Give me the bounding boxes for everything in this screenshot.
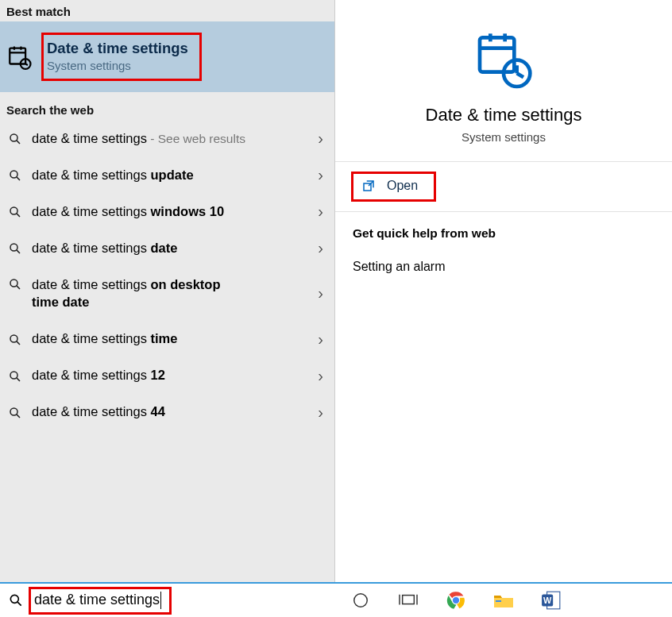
web-result-text: date & time settings time bbox=[32, 330, 201, 347]
search-icon bbox=[8, 592, 24, 608]
open-action-row: Open bbox=[335, 161, 672, 212]
chrome-icon[interactable] bbox=[445, 589, 467, 611]
web-result[interactable]: date & time settings - See web results › bbox=[0, 120, 334, 156]
web-result[interactable]: date & time settings time › bbox=[0, 321, 334, 357]
file-explorer-icon[interactable] bbox=[492, 589, 515, 611]
quick-help-header: Get quick help from web bbox=[335, 212, 672, 245]
search-icon bbox=[8, 369, 22, 384]
calendar-clock-icon bbox=[472, 27, 535, 91]
svg-rect-23 bbox=[480, 37, 514, 71]
svg-line-10 bbox=[17, 177, 20, 180]
web-result[interactable]: date & time settings on desktop time dat… bbox=[0, 266, 334, 321]
svg-line-22 bbox=[17, 414, 20, 417]
start-search-panel: Best match Date & time settings System s… bbox=[0, 0, 672, 582]
word-icon[interactable]: W bbox=[540, 589, 562, 611]
detail-pane: Date & time settings System settings Ope… bbox=[335, 0, 672, 582]
web-results-list: date & time settings - See web results ›… bbox=[0, 120, 334, 582]
detail-title: Date & time settings bbox=[343, 105, 664, 125]
svg-rect-41 bbox=[496, 600, 501, 602]
web-result-text: date & time settings - See web results bbox=[32, 129, 269, 148]
svg-point-7 bbox=[10, 134, 17, 141]
svg-line-20 bbox=[17, 377, 20, 380]
detail-subtitle: System settings bbox=[343, 130, 664, 144]
web-result[interactable]: date & time settings 44 › bbox=[0, 394, 334, 430]
svg-line-16 bbox=[17, 286, 20, 289]
svg-point-19 bbox=[10, 372, 17, 379]
svg-rect-0 bbox=[10, 48, 25, 64]
open-label: Open bbox=[387, 179, 418, 193]
search-icon bbox=[8, 168, 22, 183]
best-match-subtitle: System settings bbox=[47, 59, 188, 72]
web-result[interactable]: date & time settings 12 › bbox=[0, 357, 334, 394]
svg-text:W: W bbox=[543, 596, 552, 605]
svg-line-18 bbox=[17, 341, 20, 344]
search-input-highlight: date & time settings bbox=[29, 587, 172, 615]
svg-point-15 bbox=[10, 280, 17, 287]
best-match-header: Best match bbox=[0, 0, 334, 21]
search-web-header: Search the web bbox=[0, 92, 334, 120]
web-result[interactable]: date & time settings date › bbox=[0, 229, 334, 266]
svg-point-13 bbox=[10, 244, 17, 251]
svg-rect-35 bbox=[403, 596, 415, 604]
search-icon bbox=[8, 333, 22, 347]
chevron-right-icon: › bbox=[318, 284, 323, 303]
svg-line-14 bbox=[17, 250, 20, 253]
web-result[interactable]: date & time settings windows 10 › bbox=[0, 193, 334, 229]
chevron-right-icon: › bbox=[318, 239, 323, 257]
svg-line-12 bbox=[17, 214, 20, 217]
cortana-icon[interactable] bbox=[350, 589, 372, 611]
detail-header: Date & time settings System settings bbox=[335, 0, 672, 161]
calendar-clock-icon bbox=[6, 44, 33, 71]
task-view-icon[interactable] bbox=[397, 589, 419, 611]
taskbar: date & time settings bbox=[0, 582, 672, 617]
chevron-right-icon: › bbox=[318, 129, 323, 148]
best-match-highlight: Date & time settings System settings bbox=[41, 33, 202, 81]
search-icon bbox=[8, 406, 22, 420]
web-result-text: date & time settings windows 10 bbox=[32, 202, 248, 220]
quick-help-link[interactable]: Setting an alarm bbox=[335, 245, 672, 279]
open-external-icon bbox=[361, 179, 376, 193]
chevron-right-icon: › bbox=[318, 202, 323, 221]
search-icon bbox=[8, 277, 22, 291]
svg-point-34 bbox=[354, 594, 368, 607]
results-column: Best match Date & time settings System s… bbox=[0, 0, 335, 582]
chevron-right-icon: › bbox=[318, 403, 323, 421]
web-result-text: date & time settings 44 bbox=[32, 403, 189, 420]
chevron-right-icon: › bbox=[318, 366, 323, 384]
taskbar-search[interactable]: date & time settings bbox=[0, 584, 335, 617]
search-icon bbox=[8, 205, 22, 219]
search-icon bbox=[8, 241, 22, 256]
web-result-text: date & time settings update bbox=[32, 166, 218, 183]
svg-point-32 bbox=[10, 595, 18, 603]
svg-line-8 bbox=[17, 141, 20, 144]
svg-point-17 bbox=[10, 335, 17, 342]
svg-line-29 bbox=[517, 73, 523, 77]
svg-point-9 bbox=[10, 171, 17, 178]
web-result-text: date & time settings 12 bbox=[32, 366, 189, 384]
web-result[interactable]: date & time settings update › bbox=[0, 156, 334, 193]
best-match-title: Date & time settings bbox=[47, 40, 188, 57]
best-match-result[interactable]: Date & time settings System settings bbox=[0, 21, 334, 92]
chevron-right-icon: › bbox=[318, 330, 323, 348]
svg-line-33 bbox=[17, 602, 21, 606]
chevron-right-icon: › bbox=[318, 166, 323, 184]
text-cursor bbox=[160, 592, 161, 609]
search-input-text: date & time settings bbox=[34, 592, 160, 608]
web-result-text: date & time settings on desktop time dat… bbox=[32, 276, 270, 311]
svg-line-6 bbox=[25, 64, 28, 64]
svg-point-21 bbox=[10, 408, 17, 415]
open-button[interactable]: Open bbox=[351, 172, 436, 202]
svg-point-11 bbox=[10, 207, 17, 214]
taskbar-apps: W bbox=[335, 584, 672, 617]
search-icon bbox=[8, 132, 22, 146]
web-result-text: date & time settings date bbox=[32, 239, 201, 256]
